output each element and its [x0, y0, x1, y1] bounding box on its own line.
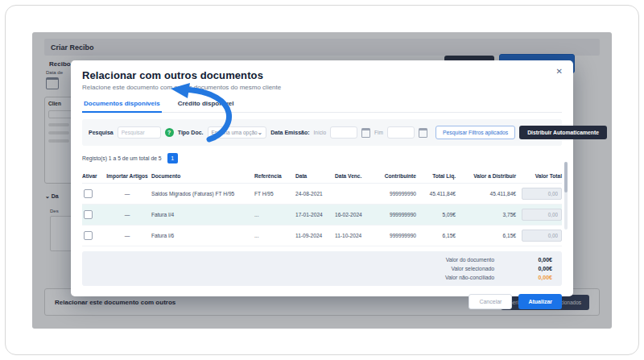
cell-total-liq: 5,09€ — [419, 212, 456, 217]
summary-value: 0,00€ — [515, 257, 552, 263]
cell-contribuinte: 999999990 — [374, 212, 416, 217]
summary-label: Valor selecionado — [451, 266, 494, 271]
calendar-icon[interactable] — [361, 128, 370, 138]
calendar-icon[interactable] — [419, 128, 427, 138]
relate-documents-modal: ✕ Relacionar com outros documentos Relac… — [71, 60, 573, 296]
pesquisar-filtros-button[interactable]: Pesquisar Filtros aplicados — [436, 126, 515, 139]
inicio-label: Início — [314, 130, 327, 135]
header-contribuinte: Contribuinte — [374, 173, 416, 179]
tipo-doc-label: Tipo Doc. — [178, 130, 204, 135]
row-checkbox[interactable] — [84, 210, 93, 219]
header-referencia: Referência — [254, 173, 293, 179]
pagination: Registo(s) 1 a 5 de um total de 5 1 — [82, 153, 562, 163]
pagination-text: Registo(s) 1 a 5 de um total de 5 — [82, 155, 162, 161]
tab-documentos-disponiveis[interactable]: Documentos disponíveis — [82, 98, 162, 113]
cancel-button[interactable]: Cancelar — [469, 294, 512, 309]
table-row: — Fatura I/6 ... 11-09-2024 11-10-2024 9… — [82, 226, 562, 246]
summary-row: Valor não-conciliado 0,00€ — [92, 275, 552, 280]
table-row: — Saldos Migrados (Faturas) FT H/95 FT H… — [82, 184, 562, 205]
tipo-doc-select[interactable]: Escolha uma opção ⌄ — [208, 126, 267, 139]
cell-data: 11-09-2024 — [295, 233, 332, 238]
cell-documento: Saldos Migrados (Faturas) FT H/95 — [151, 191, 252, 197]
header-data: Data — [295, 173, 332, 179]
row-checkbox[interactable] — [84, 231, 93, 240]
data-fim-input[interactable] — [387, 126, 415, 139]
search-input[interactable] — [118, 126, 161, 139]
screenshot-canvas: Criar Recibo Recibo Data de Clien ⌄ Da D… — [0, 0, 644, 360]
cell-data-venc: 11-10-2024 — [335, 233, 372, 238]
valor-total-input[interactable] — [522, 230, 562, 242]
cell-referencia: ... — [254, 212, 293, 217]
modal-subtitle: Relacione este documento com outros docu… — [82, 84, 562, 91]
header-importar-artigos: Importar Artigos — [105, 173, 149, 179]
cell-documento: Fatura I/6 — [151, 233, 252, 238]
help-icon[interactable]: ? — [165, 128, 174, 137]
header-ativar: Ativar — [82, 173, 103, 179]
tab-credito-disponivel[interactable]: Crédito disponível — [176, 98, 236, 112]
valor-total-input[interactable] — [522, 188, 562, 200]
modal-tabs: Documentos disponíveis Crédito disponíve… — [82, 98, 562, 113]
row-checkbox[interactable] — [84, 189, 93, 198]
summary-value: 0,00€ — [515, 275, 552, 280]
cell-total-liq: 45.411,84€ — [419, 191, 456, 197]
cell-importar: — — [105, 191, 149, 197]
filter-bar: Pesquisa ? Tipo Doc. Escolha uma opção ⌄… — [82, 119, 562, 146]
chevron-down-icon: ⌄ — [258, 130, 263, 134]
update-button[interactable]: Atualizar — [518, 294, 562, 309]
table-scrollbar[interactable] — [564, 162, 568, 230]
page-1-button[interactable]: 1 — [167, 153, 178, 163]
header-documento: Documento — [151, 173, 252, 179]
fim-label: Fim — [374, 130, 383, 135]
distribuir-automaticamente-button[interactable]: Distribuir Automaticamente — [519, 126, 607, 139]
summary-value: 0,00€ — [515, 266, 552, 271]
cell-referencia: FT H/95 — [254, 191, 293, 197]
cell-valor-a-distribuir: 6,15€ — [458, 233, 516, 238]
cell-contribuinte: 999999990 — [374, 233, 416, 238]
data-emissao-label: Data Emissão: — [270, 130, 309, 135]
totals-summary: Valor do documento 0,00€ Valor seleciona… — [82, 251, 562, 286]
header-valor-total: Valor Total — [518, 173, 562, 179]
modal-footer: Cancelar Atualizar — [82, 294, 562, 309]
header-data-venc: Data Venc. — [335, 173, 372, 179]
summary-label: Valor não-conciliado — [445, 275, 494, 280]
cell-importar: — — [105, 212, 149, 217]
cell-importar: — — [105, 233, 149, 238]
cell-total-liq: 6,15€ — [419, 233, 456, 238]
header-total-liq: Total Liq. — [419, 173, 456, 179]
close-icon[interactable]: ✕ — [556, 68, 563, 76]
cell-data: 24-08-2021 — [295, 191, 332, 197]
cell-documento: Fatura I/4 — [151, 212, 252, 217]
valor-total-input[interactable] — [522, 209, 562, 221]
summary-row: Valor do documento 0,00€ — [92, 257, 552, 263]
table-header: Ativar Importar Artigos Documento Referê… — [82, 169, 562, 184]
table-row: — Fatura I/4 ... 17-01-2024 16-02-2024 9… — [82, 205, 562, 226]
modal-title: Relacionar com outros documentos — [82, 69, 562, 81]
cell-referencia: ... — [254, 233, 293, 238]
cell-data: 17-01-2024 — [295, 212, 332, 217]
scrollbar-thumb[interactable] — [564, 162, 568, 192]
header-valor-a-distribuir: Valor a Distribuir — [458, 173, 516, 179]
cell-valor-a-distribuir: 45.411,84€ — [458, 191, 516, 197]
summary-row: Valor selecionado 0,00€ — [92, 266, 552, 271]
cell-valor-a-distribuir: 3,75€ — [458, 212, 516, 217]
summary-label: Valor do documento — [446, 257, 494, 263]
pesquisa-label: Pesquisa — [89, 130, 114, 135]
tipo-doc-value: Escolha uma opção — [212, 130, 258, 135]
cell-contribuinte: 999999990 — [374, 191, 416, 197]
data-inicio-input[interactable] — [330, 126, 357, 139]
cell-data-venc: 16-02-2024 — [335, 212, 372, 217]
